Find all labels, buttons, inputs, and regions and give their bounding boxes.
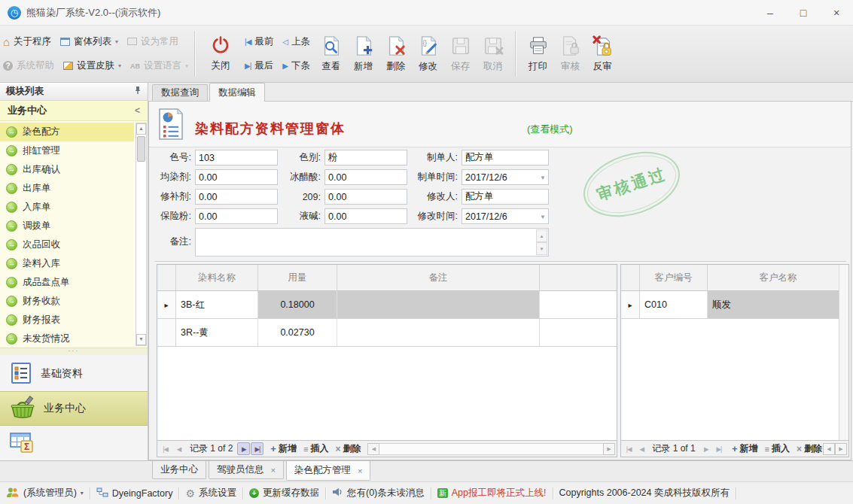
nav-system-manage[interactable]: Σ xyxy=(0,426,148,460)
sidebar-item-finance-receipt[interactable]: → 财务收款 xyxy=(0,292,134,311)
mdi-tab-driver-info[interactable]: 驾驶员信息 × xyxy=(209,461,284,479)
delete-row-button[interactable]: ×删除 xyxy=(335,442,361,455)
next-row-icon[interactable]: ▶ xyxy=(700,442,712,455)
pin-icon[interactable] xyxy=(134,86,142,97)
refresh-cache-button[interactable]: + 更新缓存数据 xyxy=(249,487,319,499)
table-row[interactable]: 3R--黄 0.02730 xyxy=(157,319,617,347)
repair-input[interactable] xyxy=(195,189,278,205)
color-no-input[interactable] xyxy=(195,150,278,165)
last-row-icon[interactable]: ▶| xyxy=(713,442,725,455)
scroll-down-icon[interactable]: ▼ xyxy=(136,334,146,345)
f209-input[interactable] xyxy=(324,189,407,205)
chevron-down-icon[interactable]: ▼ xyxy=(540,175,546,181)
caustic-input[interactable] xyxy=(324,208,407,224)
add-row-button[interactable]: +新增 xyxy=(270,442,297,455)
last-row-icon[interactable]: ▶| xyxy=(251,442,264,455)
color-type-input[interactable] xyxy=(324,150,407,165)
delete-button[interactable]: 删除 xyxy=(379,29,412,78)
nav-basic-data[interactable]: 基础资料 xyxy=(0,357,148,391)
sidebar-item-stocktake[interactable]: → 成品盘点单 xyxy=(0,273,134,292)
last-record-button[interactable]: ▶| 最后 xyxy=(245,59,273,72)
scrollbar-track[interactable] xyxy=(136,135,146,334)
col-customer-code[interactable]: 客户编号 xyxy=(640,265,708,290)
about-button[interactable]: ⌂ 关于程序 xyxy=(3,35,51,48)
dye-name-cell[interactable]: 3R--黄 xyxy=(176,319,258,346)
sidebar-item-dye-inbound[interactable]: → 染料入库 xyxy=(0,254,134,273)
dye-note-cell[interactable] xyxy=(337,291,540,318)
make-time-combo[interactable]: ▼ xyxy=(462,169,549,185)
vertical-scrollbar[interactable] xyxy=(839,265,848,440)
mdi-tab-dye-recipe-manage[interactable]: 染色配方管理 × xyxy=(286,461,370,481)
system-settings-button[interactable]: ⚙ 系统设置 xyxy=(185,487,236,499)
set-language-button[interactable]: AB 设置语言 ▾ xyxy=(130,59,188,72)
sidebar-group-header[interactable]: 业务中心 < xyxy=(0,101,148,121)
next-row-icon[interactable]: ▶ xyxy=(237,442,250,455)
sidebar-item-undelivered[interactable]: → 未发货情况 xyxy=(0,329,134,348)
scroll-left-icon[interactable]: ◀ xyxy=(367,443,379,455)
make-time-input[interactable] xyxy=(462,169,549,185)
tab-data-query[interactable]: 数据查询 xyxy=(152,84,208,101)
sidebar-item-inbound-order[interactable]: → 入库单 xyxy=(0,198,134,217)
chevron-down-icon[interactable]: ▼ xyxy=(540,214,546,220)
modify-time-input[interactable] xyxy=(462,208,549,224)
current-user[interactable]: (系统管理员) ▾ xyxy=(6,487,84,500)
sidebar-item-outbound-confirm[interactable]: → 出库确认 xyxy=(0,160,134,179)
customer-name-cell[interactable]: 顺发 xyxy=(708,291,848,318)
sidebar-item-vat-schedule[interactable]: → 排缸管理 xyxy=(0,141,134,160)
unaudit-button[interactable]: 反审 xyxy=(586,29,619,78)
spin-down-icon[interactable]: ▼ xyxy=(536,242,547,255)
unread-messages[interactable]: 您有(0)条未读消息 xyxy=(332,487,425,499)
tab-data-edit[interactable]: 数据编辑 xyxy=(209,83,265,102)
dye-amount-cell[interactable]: 0.18000 xyxy=(258,291,337,318)
close-tab-icon[interactable]: × xyxy=(358,466,362,475)
delete-row-button[interactable]: ×删除 xyxy=(797,442,822,455)
help-button[interactable]: ? 系统帮助 xyxy=(3,59,54,72)
sidebar-scrollbar[interactable]: ▲ ▼ xyxy=(136,123,147,346)
print-button[interactable]: 打印 xyxy=(522,29,554,78)
col-amount[interactable]: 用量 xyxy=(258,265,337,290)
modifier-input[interactable] xyxy=(462,189,549,205)
audit-button[interactable]: 审核 xyxy=(554,29,586,78)
set-favorite-button[interactable]: 设为常用 xyxy=(127,35,178,48)
close-tab-icon[interactable]: × xyxy=(271,466,276,475)
edit-button[interactable]: {} 修改 xyxy=(412,29,444,78)
hydro-input[interactable] xyxy=(195,208,278,224)
dye-note-cell[interactable] xyxy=(337,319,540,346)
prev-row-icon[interactable]: ◀ xyxy=(635,442,647,455)
save-button[interactable]: 保存 xyxy=(444,29,477,78)
announcement[interactable]: 新 App报工即将正式上线! xyxy=(437,487,547,499)
col-note[interactable]: 备注 xyxy=(337,265,540,290)
horizontal-scrollbar[interactable]: ◀ ▶ xyxy=(367,443,615,455)
maximize-button[interactable]: □ xyxy=(787,0,820,25)
sidebar-item-defect-recycle[interactable]: → 次品回收 xyxy=(0,235,134,254)
scrollbar-track[interactable] xyxy=(379,443,603,455)
insert-row-button[interactable]: ≡插入 xyxy=(303,442,328,455)
nav-business-center[interactable]: 业务中心 xyxy=(0,391,148,426)
scroll-up-icon[interactable]: ▲ xyxy=(136,123,146,135)
scroll-right-icon[interactable]: ▶ xyxy=(835,443,847,455)
sidebar-item-dye-recipe[interactable]: → 染色配方 xyxy=(0,123,134,141)
minimize-button[interactable]: – xyxy=(754,0,787,25)
mdi-tab-business-center[interactable]: 业务中心 xyxy=(152,461,206,479)
first-record-button[interactable]: |◀ 最前 xyxy=(245,35,273,48)
note-input[interactable] xyxy=(196,229,548,256)
add-row-button[interactable]: +新增 xyxy=(732,442,758,455)
sidebar-item-transfer-order[interactable]: → 调拨单 xyxy=(0,217,134,235)
col-customer-name[interactable]: 客户名称 xyxy=(708,265,848,290)
prev-row-icon[interactable]: ◀ xyxy=(172,442,185,455)
sidebar-item-finance-report[interactable]: → 财务报表 xyxy=(0,311,134,329)
first-row-icon[interactable]: |◀ xyxy=(623,442,635,455)
view-button[interactable]: 查看 xyxy=(315,29,347,78)
close-form-button[interactable]: 关闭 xyxy=(201,29,240,78)
col-dye-name[interactable]: 染料名称 xyxy=(176,265,258,290)
maker-input[interactable] xyxy=(462,150,549,165)
dye-amount-cell[interactable]: 0.02730 xyxy=(258,319,337,346)
scroll-left-icon[interactable]: ◀ xyxy=(823,443,835,455)
scroll-right-icon[interactable]: ▶ xyxy=(603,443,615,455)
window-list-button[interactable]: 窗体列表 ▾ xyxy=(60,35,118,48)
acetic-input[interactable] xyxy=(324,169,407,185)
table-row[interactable]: ▸ 3B-红 0.18000 xyxy=(157,291,617,319)
dye-name-cell[interactable]: 3B-红 xyxy=(176,291,258,318)
insert-row-button[interactable]: ≡插入 xyxy=(765,442,790,455)
next-record-button[interactable]: ▶ 下条 xyxy=(282,59,310,72)
